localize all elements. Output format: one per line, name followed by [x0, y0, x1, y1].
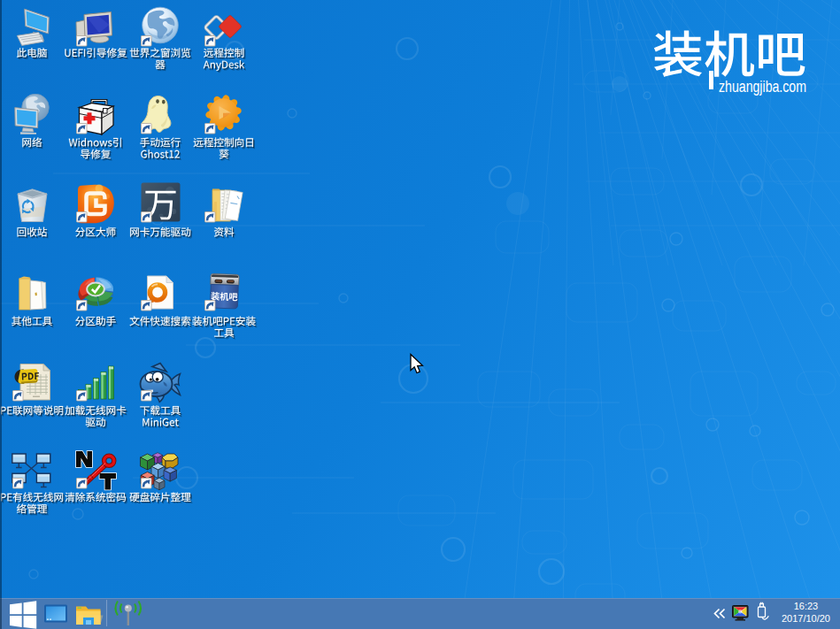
svg-text:zhuangjiba.com: zhuangjiba.com [719, 78, 806, 96]
